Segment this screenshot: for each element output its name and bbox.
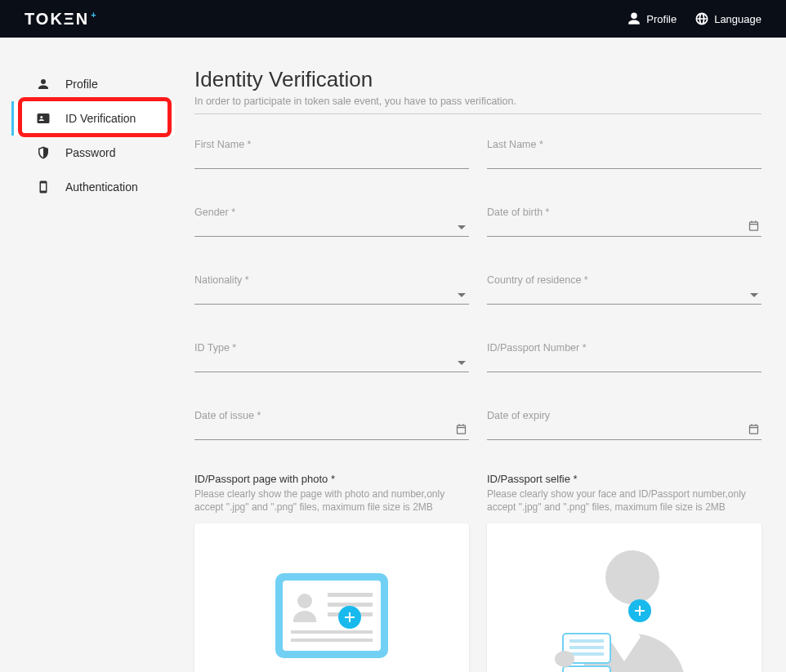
profile-link[interactable]: Profile — [627, 11, 677, 26]
phone-lock-icon — [36, 180, 51, 194]
chevron-down-icon — [458, 225, 466, 229]
logo-text-n: N — [76, 10, 89, 29]
date-expiry-label: Date of expiry — [487, 410, 761, 421]
id-type-input[interactable] — [194, 354, 469, 372]
sidebar-item-password[interactable]: Password — [11, 136, 175, 170]
sidebar-label: ID Verification — [65, 112, 136, 125]
header-right: Profile Language — [627, 11, 761, 26]
date-expiry-field[interactable]: Date of expiry — [487, 410, 761, 440]
residence-input[interactable] — [487, 286, 761, 305]
first-name-input[interactable] — [194, 150, 469, 169]
language-link[interactable]: Language — [694, 11, 761, 26]
svg-rect-6 — [291, 630, 373, 634]
residence-label: Country of residence * — [487, 274, 761, 286]
chevron-down-icon — [458, 293, 466, 297]
upload-selfie-block: ID/Passport selfie * Please clearly show… — [487, 473, 761, 672]
gender-input[interactable] — [194, 218, 469, 237]
date-expiry-input[interactable] — [487, 421, 761, 440]
last-name-input[interactable] — [487, 150, 761, 169]
sidebar-label: Password — [65, 146, 115, 159]
app-header: TOKΞN+ Profile Language — [0, 0, 786, 38]
main-content: Identity Verification In order to partic… — [194, 67, 761, 672]
upload-selfie-box[interactable] — [487, 523, 761, 672]
svg-rect-7 — [291, 639, 373, 642]
svg-rect-13 — [563, 666, 610, 672]
upload-photo-box[interactable] — [194, 523, 469, 672]
calendar-icon — [455, 423, 467, 435]
chevron-down-icon — [750, 293, 758, 297]
nationality-field[interactable]: Nationality * — [194, 274, 469, 305]
svg-rect-3 — [328, 593, 373, 597]
selfie-illustration — [547, 532, 702, 672]
gender-label: Gender * — [194, 207, 469, 218]
dob-label: Date of birth * — [487, 207, 761, 218]
sidebar: Profile ID Verification Password Authent… — [11, 67, 175, 672]
globe-icon — [694, 11, 709, 26]
form-grid: First Name * Last Name * Gender * Date o… — [194, 139, 761, 440]
page-subtitle: In order to participate in token sale ev… — [194, 96, 761, 107]
date-issue-label: Date of issue * — [194, 410, 469, 421]
id-number-label: ID/Passport Number * — [487, 342, 761, 354]
sidebar-label: Authentication — [65, 180, 138, 194]
page-title: Identity Verification — [194, 67, 761, 92]
profile-icon — [627, 11, 641, 26]
date-issue-field[interactable]: Date of issue * — [194, 410, 469, 440]
sidebar-label: Profile — [65, 78, 98, 91]
id-card-icon — [36, 111, 51, 126]
language-label: Language — [714, 13, 761, 25]
logo-plus: + — [91, 10, 97, 20]
dob-input[interactable] — [487, 218, 761, 237]
logo[interactable]: TOKΞN+ — [25, 10, 98, 29]
divider — [194, 113, 761, 114]
id-card-illustration — [270, 565, 393, 663]
last-name-field[interactable]: Last Name * — [487, 139, 761, 169]
logo-text-e: Ξ — [64, 10, 76, 29]
last-name-label: Last Name * — [487, 139, 761, 150]
id-number-field[interactable]: ID/Passport Number * — [487, 342, 761, 372]
id-type-label: ID Type * — [194, 342, 469, 354]
chevron-down-icon — [458, 361, 466, 365]
gender-field[interactable]: Gender * — [194, 207, 469, 237]
calendar-icon — [748, 423, 760, 435]
upload-section: ID/Passport page with photo * Please cle… — [194, 473, 761, 672]
id-type-field[interactable]: ID Type * — [194, 342, 469, 372]
profile-label: Profile — [646, 13, 677, 25]
svg-rect-12 — [569, 652, 604, 656]
svg-point-18 — [555, 651, 574, 667]
upload-photo-block: ID/Passport page with photo * Please cle… — [194, 473, 469, 672]
upload-selfie-hint: Please clearly show your face and ID/Pas… — [487, 487, 761, 514]
first-name-field[interactable]: First Name * — [194, 139, 469, 169]
sidebar-item-profile[interactable]: Profile — [11, 67, 175, 101]
first-name-label: First Name * — [194, 139, 469, 150]
sidebar-item-authentication[interactable]: Authentication — [11, 170, 175, 204]
upload-selfie-title: ID/Passport selfie * — [487, 473, 761, 485]
id-number-input[interactable] — [487, 354, 761, 372]
calendar-icon — [748, 220, 760, 232]
svg-rect-11 — [569, 646, 604, 649]
svg-point-2 — [297, 594, 312, 608]
upload-photo-hint: Please clearly show the page with photo … — [194, 487, 469, 514]
nationality-label: Nationality * — [194, 274, 469, 286]
upload-photo-title: ID/Passport page with photo * — [194, 473, 469, 485]
svg-rect-10 — [569, 639, 604, 643]
dob-field[interactable]: Date of birth * — [487, 207, 761, 237]
residence-field[interactable]: Country of residence * — [487, 274, 761, 305]
date-issue-input[interactable] — [194, 421, 469, 440]
sidebar-item-id-verification[interactable]: ID Verification — [11, 101, 175, 136]
nationality-input[interactable] — [194, 286, 469, 305]
person-icon — [36, 77, 51, 91]
shield-icon — [36, 145, 51, 160]
logo-text-1: TOK — [25, 10, 64, 29]
svg-point-8 — [605, 550, 659, 604]
